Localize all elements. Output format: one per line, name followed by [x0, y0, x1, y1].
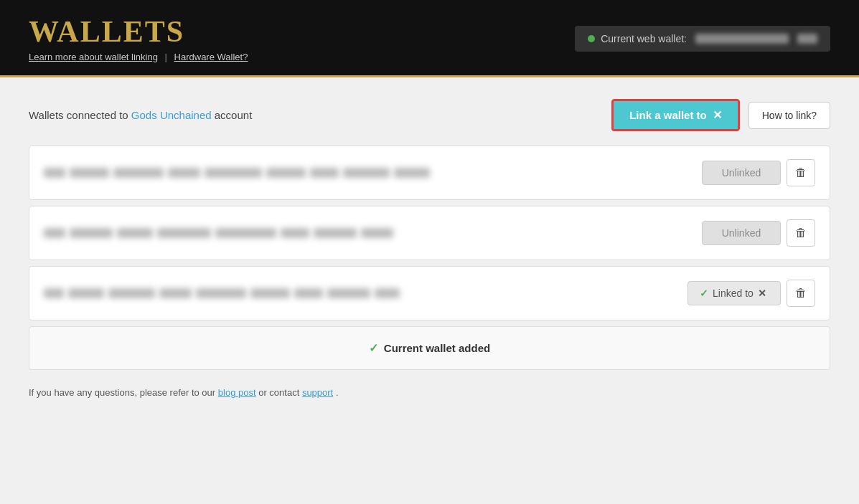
footer-suffix: . [336, 387, 339, 398]
delete-button[interactable]: 🗑 [787, 219, 815, 247]
header-links: Learn more about wallet linking | Hardwa… [29, 52, 248, 62]
current-wallet-badge: Current web wallet: [575, 26, 830, 52]
header-left: WALLETS Learn more about wallet linking … [29, 14, 248, 62]
unlinked-button[interactable]: Unlinked [702, 161, 781, 185]
addr-block [394, 168, 430, 178]
trash-icon: 🗑 [795, 287, 807, 300]
addr-block [343, 168, 390, 178]
checkmark-icon: ✓ [700, 287, 708, 299]
current-wallet-added-row: ✓ Current wallet added [29, 326, 830, 370]
link-wallet-button[interactable]: Link a wallet to ✕ [611, 99, 740, 131]
addr-block [205, 168, 262, 178]
header: WALLETS Learn more about wallet linking … [0, 0, 859, 77]
addr-block [314, 228, 357, 238]
wallet-address-blurred [695, 34, 789, 44]
wallets-header: Wallets connected to Gods Unchained acco… [29, 99, 830, 131]
addr-block [361, 228, 393, 238]
addr-block [70, 228, 113, 238]
page-title: WALLETS [29, 14, 248, 49]
linked-label: Linked to [713, 287, 754, 299]
wallet-actions: ✓ Linked to ✕ 🗑 [687, 280, 815, 307]
hardware-wallet-link[interactable]: Hardware Wallet? [174, 52, 248, 62]
addr-block [157, 228, 211, 238]
current-wallet-added-label: Current wallet added [384, 342, 490, 354]
wallet-actions: Unlinked 🗑 [702, 159, 815, 186]
wallet-actions: Unlinked 🗑 [702, 219, 815, 247]
addr-block [68, 288, 104, 298]
wallet-address-row [44, 228, 702, 238]
support-link[interactable]: support [302, 387, 333, 398]
gods-unchained-highlight: Gods Unchained [131, 109, 212, 121]
main-content: Wallets connected to Gods Unchained acco… [0, 77, 859, 419]
addr-block [44, 168, 65, 178]
addr-block [266, 168, 306, 178]
table-row: Unlinked 🗑 [29, 146, 830, 200]
wallet-address-row [44, 168, 702, 178]
header-actions: Link a wallet to ✕ How to link? [611, 99, 830, 131]
addr-block [215, 228, 276, 238]
addr-block [108, 288, 155, 298]
addr-block [44, 288, 64, 298]
table-row: ✓ Linked to ✕ 🗑 [29, 266, 830, 320]
current-wallet-label: Current web wallet: [601, 33, 687, 44]
how-to-link-button[interactable]: How to link? [748, 102, 830, 129]
addr-block [375, 288, 400, 298]
linked-button[interactable]: ✓ Linked to ✕ [687, 281, 781, 305]
addr-block [168, 168, 200, 178]
trash-icon: 🗑 [795, 227, 807, 239]
trash-icon: 🗑 [795, 166, 807, 179]
link-wallet-label: Link a wallet to [629, 109, 707, 121]
footer-middle: or contact [258, 387, 302, 398]
green-checkmark-icon: ✓ [369, 341, 378, 355]
unlinked-button[interactable]: Unlinked [702, 221, 781, 245]
footer-note: If you have any questions, please refer … [29, 387, 830, 398]
wallet-address-short [797, 34, 817, 44]
delete-button[interactable]: 🗑 [787, 159, 815, 186]
wallet-status-dot [588, 35, 595, 42]
learn-more-link[interactable]: Learn more about wallet linking [29, 52, 158, 62]
separator: | [165, 52, 167, 62]
addr-block [310, 168, 339, 178]
addr-block [70, 168, 109, 178]
wallets-connected-label: Wallets connected to Gods Unchained acco… [29, 109, 252, 121]
addr-block [159, 288, 192, 298]
addr-block [327, 288, 370, 298]
current-wallet-added-text: ✓ Current wallet added [369, 341, 490, 355]
addr-block [250, 288, 290, 298]
blog-post-link[interactable]: blog post [218, 387, 256, 398]
addr-block [294, 288, 323, 298]
delete-button[interactable]: 🗑 [787, 280, 815, 307]
footer-prefix: If you have any questions, please refer … [29, 387, 218, 398]
wallet-list: Unlinked 🗑 Unlinked 🗑 [29, 146, 830, 320]
addr-block [117, 228, 153, 238]
addr-block [113, 168, 164, 178]
x-logo-icon: ✕ [713, 108, 722, 122]
addr-block [196, 288, 246, 298]
addr-block [281, 228, 309, 238]
addr-block [44, 228, 65, 238]
wallet-address-row [44, 288, 687, 298]
x-logo-linked: ✕ [758, 287, 766, 299]
table-row: Unlinked 🗑 [29, 206, 830, 260]
